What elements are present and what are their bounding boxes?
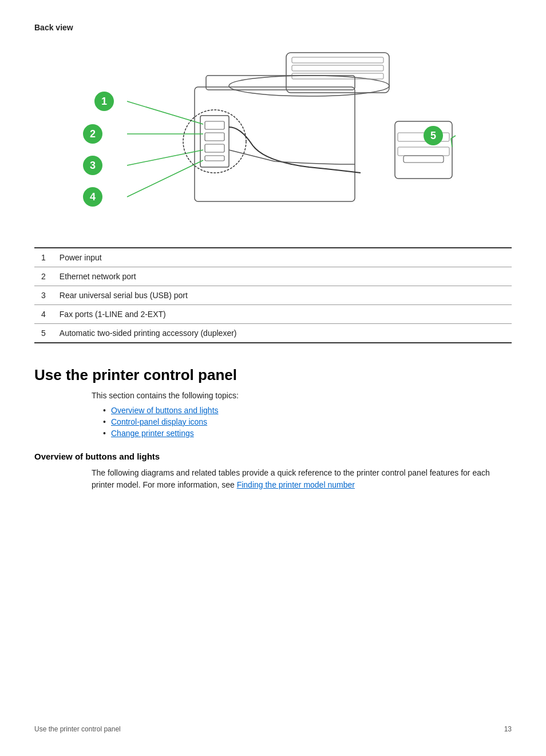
part-number: 1 — [34, 248, 53, 267]
svg-rect-12 — [395, 121, 452, 179]
svg-line-19 — [127, 160, 203, 197]
body-text: The following diagrams and related table… — [92, 467, 512, 491]
table-row: 1Power input — [34, 248, 512, 267]
sub-heading: Overview of buttons and lights — [34, 452, 512, 461]
topic-link[interactable]: Control-panel display icons — [111, 417, 207, 426]
badge-1: 1 — [94, 92, 114, 111]
part-number: 4 — [34, 305, 53, 324]
finding-model-link[interactable]: Finding the printer model number — [237, 480, 355, 489]
section-heading: Use the printer control panel — [34, 366, 512, 384]
part-description: Rear universal serial bus (USB) port — [53, 286, 512, 305]
part-number: 2 — [34, 267, 53, 286]
parts-table: 1Power input2Ethernet network port3Rear … — [34, 247, 512, 343]
svg-point-22 — [183, 110, 246, 173]
svg-rect-11 — [205, 156, 224, 161]
badge-5: 5 — [424, 126, 443, 145]
list-item: Change printer settings — [103, 429, 512, 438]
badge-2: 2 — [83, 124, 102, 144]
diagram-area: 1 2 3 4 5 — [34, 41, 512, 236]
table-row: 2Ethernet network port — [34, 267, 512, 286]
table-row: 5Automatic two-sided printing accessory … — [34, 324, 512, 343]
list-item: Control-panel display icons — [103, 417, 512, 426]
section-intro: This section contains the following topi… — [92, 391, 512, 400]
svg-rect-15 — [403, 156, 444, 163]
svg-line-20 — [451, 136, 456, 138]
svg-rect-3 — [292, 57, 383, 63]
part-number: 5 — [34, 324, 53, 343]
svg-line-18 — [127, 150, 203, 165]
topic-link[interactable]: Change printer settings — [111, 429, 194, 438]
footer-left: Use the printer control panel — [34, 725, 121, 733]
table-row: 3Rear universal serial bus (USB) port — [34, 286, 512, 305]
part-description: Fax ports (1-LINE and 2-EXT) — [53, 305, 512, 324]
svg-rect-8 — [205, 121, 224, 129]
list-item: Overview of buttons and lights — [103, 406, 512, 415]
part-description: Ethernet network port — [53, 267, 512, 286]
page-footer: Use the printer control panel 13 — [34, 725, 512, 733]
footer-right: 13 — [504, 725, 512, 733]
badge-3: 3 — [83, 156, 102, 175]
part-description: Automatic two-sided printing accessory (… — [53, 324, 512, 343]
printer-illustration — [92, 41, 481, 224]
topic-links-list: Overview of buttons and lightsControl-pa… — [103, 406, 512, 438]
svg-line-16 — [127, 101, 203, 124]
svg-rect-6 — [206, 76, 355, 90]
svg-rect-10 — [205, 144, 224, 152]
svg-rect-9 — [205, 133, 224, 141]
part-number: 3 — [34, 286, 53, 305]
badge-4: 4 — [83, 187, 102, 207]
topic-link[interactable]: Overview of buttons and lights — [111, 406, 219, 415]
back-view-label: Back view — [34, 23, 512, 32]
part-description: Power input — [53, 248, 512, 267]
svg-rect-14 — [398, 147, 449, 156]
table-row: 4Fax ports (1-LINE and 2-EXT) — [34, 305, 512, 324]
svg-rect-4 — [292, 65, 383, 71]
